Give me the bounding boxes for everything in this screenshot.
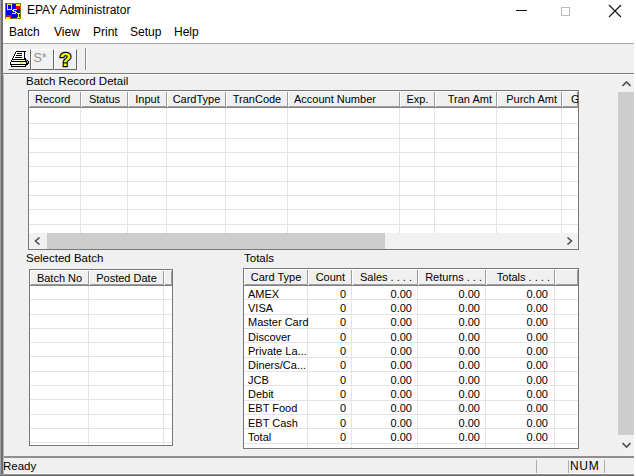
svg-text:?: ? [60, 49, 72, 70]
